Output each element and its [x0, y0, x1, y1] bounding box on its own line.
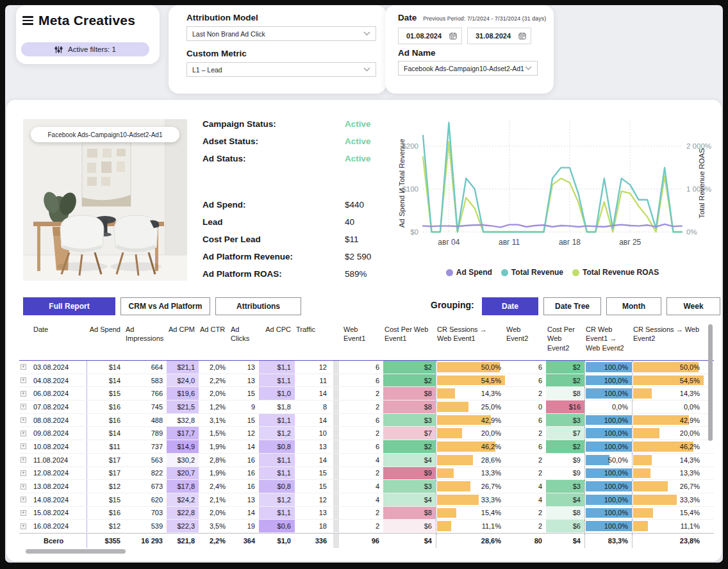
grouping-date[interactable]: Date: [482, 297, 538, 315]
active-filters-label: Active filters: 1: [68, 45, 116, 53]
horizontal-scrollbar[interactable]: [26, 549, 126, 554]
table-cell-clicks: 12: [229, 427, 259, 440]
column-header-crw[interactable]: CR Web Event1 → Web Event2: [584, 323, 632, 360]
column-header-cost2[interactable]: Cost Per Web Event2: [546, 323, 584, 360]
column-header-spend[interactable]: Ad Spend: [87, 323, 124, 360]
creative-name-badge[interactable]: Facebook Ads-Campaign10-Adset2-Ad1: [31, 127, 179, 142]
active-filters-chip[interactable]: Active filters: 1: [21, 42, 149, 56]
table-cell-cr1: 14,3%: [436, 387, 505, 400]
plus-icon[interactable]: +: [21, 470, 26, 476]
grouping-week[interactable]: Week: [666, 297, 720, 315]
custom-metric-select[interactable]: L1 – Lead: [186, 62, 376, 77]
tab-full-report[interactable]: Full Report: [23, 297, 115, 315]
cell-value: 100,0%: [604, 482, 628, 490]
column-header-cost1[interactable]: Cost Per Web Event1: [383, 323, 436, 360]
ad-name-select[interactable]: Facebook Ads-Campaign10-Adset2-Ad1: [398, 61, 538, 76]
table-row[interactable]: +13.08.2024$12673$17,82,4%16$0,8154$326,…: [19, 480, 714, 493]
column-header-we1[interactable]: Web Event1: [342, 323, 383, 360]
table-row[interactable]: +09.08.2024$14789$17,71,5%12$1,2102$720,…: [19, 427, 714, 440]
plus-icon[interactable]: +: [21, 391, 26, 397]
table-cell-date: 03.08.2024: [32, 361, 87, 374]
plus-icon[interactable]: +: [21, 524, 26, 529]
column-header-ctr[interactable]: Ad CTR: [199, 323, 229, 360]
table-cell-traffic: 14: [295, 387, 331, 400]
table-row[interactable]: +11.08.2024$17563$30,22,8%16$1,1144$428,…: [19, 454, 714, 467]
hamburger-icon[interactable]: [22, 16, 33, 25]
plus-icon[interactable]: +: [21, 377, 26, 383]
cell-value: 14,3%: [680, 390, 700, 397]
cell-value: 11,1%: [482, 522, 501, 530]
column-header-date[interactable]: Date: [32, 323, 87, 360]
vertical-scrollbar[interactable]: [708, 324, 713, 441]
table-cell-cost2: $9: [546, 467, 584, 480]
table-row[interactable]: +16.08.2024$12539$22,33,5%19$0,6182$611,…: [19, 520, 714, 533]
calendar-icon: [518, 32, 526, 40]
plus-icon[interactable]: +: [21, 443, 26, 449]
table-row[interactable]: +03.08.2024$14664$21,12,0%13$1,1126$250,…: [19, 361, 714, 374]
table-row[interactable]: +06.08.2024$15766$19,62,0%15$1,0142$814,…: [19, 387, 714, 400]
table-cell-ctr: 2,2%: [199, 374, 229, 387]
table-row[interactable]: +14.08.2024$15620$24,22,1%13$1,2124$433,…: [19, 493, 714, 507]
cell-value: 15,4%: [680, 509, 700, 516]
legend-item[interactable]: Total Revenue: [501, 268, 563, 277]
legend-dot-icon: [572, 269, 579, 276]
table-cell-cr1: 25,0%: [436, 400, 505, 413]
y2-axis-title: Total Revenue ROAS: [698, 116, 708, 251]
table-cell-crw: 100,0%: [584, 361, 632, 374]
table-cell-we1: 2: [342, 467, 383, 480]
data-bar: [437, 495, 479, 505]
tab-crm-vs-ad-platform[interactable]: CRM vs Ad Platform: [120, 297, 210, 315]
table-row[interactable]: +04.08.2024$14583$24,02,2%13$1,1116$254,…: [19, 374, 714, 388]
table-row[interactable]: +08.08.2024$16488$32,83,1%15$1,1146$342,…: [19, 414, 714, 427]
column-header-traffic[interactable]: Traffic: [295, 323, 331, 360]
table-cell-cost2: $7: [546, 427, 584, 440]
table-cell-expander: [19, 534, 32, 548]
table-cell-we1: 4: [342, 480, 383, 493]
table-cell-cost1: $7: [383, 427, 436, 440]
metric-value: 40: [345, 217, 354, 227]
column-header-cpc[interactable]: Ad CPC: [259, 323, 295, 360]
tab-attributions[interactable]: Attributions: [215, 297, 301, 315]
cell-value: 13,3%: [680, 469, 700, 477]
plus-icon[interactable]: +: [21, 431, 26, 436]
table-cell-expander: +: [19, 374, 32, 387]
table-cell-split: [331, 400, 342, 413]
date-from-input[interactable]: 01.08.2024: [398, 28, 462, 44]
table-cell-ctr: 2,0%: [199, 387, 229, 400]
column-header-cr2[interactable]: CR Sessions → Web Event2: [632, 323, 704, 360]
plus-icon[interactable]: +: [21, 497, 26, 502]
grouping-month[interactable]: Month: [606, 297, 661, 315]
previous-period-label: Previous Period: 7/1/2024 - 7/31/2024 (3…: [423, 15, 546, 22]
table-row[interactable]: +10.08.2024$11737$14,91,9%14$0,8136$246,…: [19, 440, 714, 454]
column-header-clicks[interactable]: Ad Clicks: [229, 323, 259, 360]
legend-item[interactable]: Total Revenue ROAS: [572, 268, 659, 277]
cell-value: 50,0%: [608, 456, 628, 464]
attribution-model-label: Attribution Model: [186, 13, 386, 22]
column-header-impr[interactable]: Ad Impressions: [124, 323, 167, 360]
table-cell-cpc: $0,8: [259, 480, 295, 493]
table-row[interactable]: +07.08.2024$16745$21,51,2%9$1,882$825,0%…: [19, 400, 714, 414]
table-cell-ctr: 2,1%: [199, 493, 229, 506]
plus-icon[interactable]: +: [21, 364, 26, 370]
plus-icon[interactable]: +: [21, 457, 26, 463]
table-row[interactable]: +15.08.2024$16703$22,82,0%14$1,1132$815,…: [19, 507, 714, 520]
plus-icon[interactable]: +: [21, 510, 26, 516]
date-to-input[interactable]: 31.08.2024: [467, 28, 531, 44]
column-header-cpm[interactable]: Ad CPM: [167, 323, 199, 360]
plus-icon[interactable]: +: [21, 404, 26, 409]
table-cell-cpc: $1,1: [259, 507, 295, 520]
table-cell-impr: 583: [124, 374, 167, 387]
legend-item[interactable]: Ad Spend: [446, 268, 492, 277]
table-cell-clicks: 13: [229, 374, 259, 387]
table-cell-spend: $16: [87, 400, 124, 413]
table-cell-cost2: $16: [546, 400, 584, 413]
column-header-cr1[interactable]: CR Sessions → Web Event1: [436, 323, 505, 360]
plus-icon[interactable]: +: [21, 417, 26, 423]
column-header-we2[interactable]: Web Event2: [505, 323, 546, 360]
table-cell-crw: 100,0%: [584, 427, 632, 440]
table-cell-cr2: 26,7%: [632, 480, 704, 493]
table-row[interactable]: +12.08.2024$17822$20,71,9%16$1,1152$913,…: [19, 467, 714, 481]
plus-icon[interactable]: +: [21, 484, 26, 490]
attribution-model-select[interactable]: Last Non Brand Ad Click: [186, 26, 376, 41]
grouping-date-tree[interactable]: Date Tree: [543, 297, 601, 315]
